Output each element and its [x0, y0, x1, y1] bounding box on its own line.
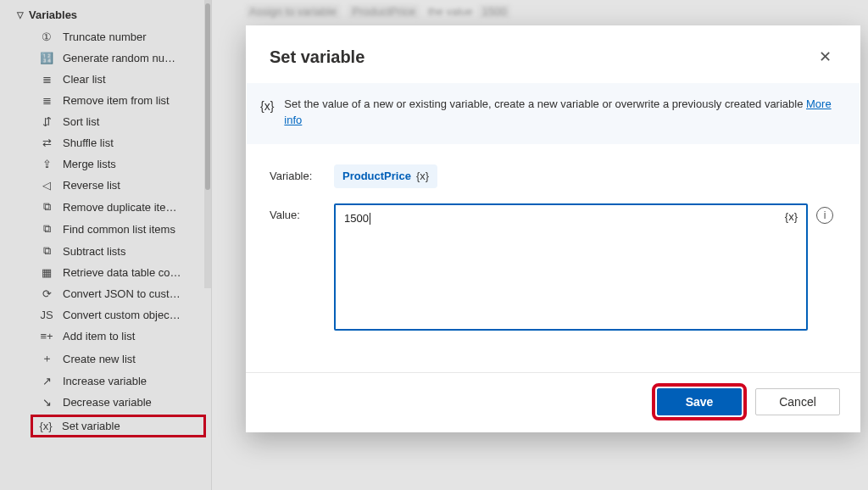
dialog-body: Variable: ProductPrice {x} Value: 1500 {…: [246, 144, 860, 372]
cancel-button[interactable]: Cancel: [755, 388, 840, 415]
close-icon[interactable]: ✕: [814, 44, 837, 70]
fx-icon: {x}: [416, 170, 429, 182]
dialog-info-text: Set the value of a new or existing varia…: [284, 97, 834, 129]
dialog-header: Set variable ✕: [246, 25, 860, 83]
dialog-info-text-body: Set the value of a new or existing varia…: [284, 97, 806, 110]
variable-icon: {x}: [260, 97, 274, 129]
dialog-info-banner: {x} Set the value of a new or existing v…: [247, 83, 860, 144]
variable-chip[interactable]: ProductPrice {x}: [334, 164, 437, 188]
set-variable-dialog: Set variable ✕ {x} Set the value of a ne…: [246, 25, 860, 432]
variable-field-label: Variable:: [270, 164, 329, 182]
insert-variable-icon[interactable]: {x}: [785, 210, 798, 223]
value-field-row: Value: 1500 {x} i: [270, 203, 837, 331]
variable-chip-name: ProductPrice: [342, 170, 411, 182]
text-caret: [370, 213, 370, 225]
variable-field-row: Variable: ProductPrice {x}: [270, 164, 837, 188]
value-input[interactable]: 1500 {x}: [334, 203, 808, 331]
save-button[interactable]: Save: [657, 388, 742, 415]
dialog-title: Set variable: [270, 47, 364, 67]
info-icon[interactable]: i: [816, 207, 833, 224]
value-input-text: 1500: [344, 212, 369, 225]
dialog-footer: Save Cancel: [246, 372, 860, 432]
value-field-label: Value:: [270, 203, 329, 221]
variable-field-value: ProductPrice {x}: [334, 164, 808, 188]
